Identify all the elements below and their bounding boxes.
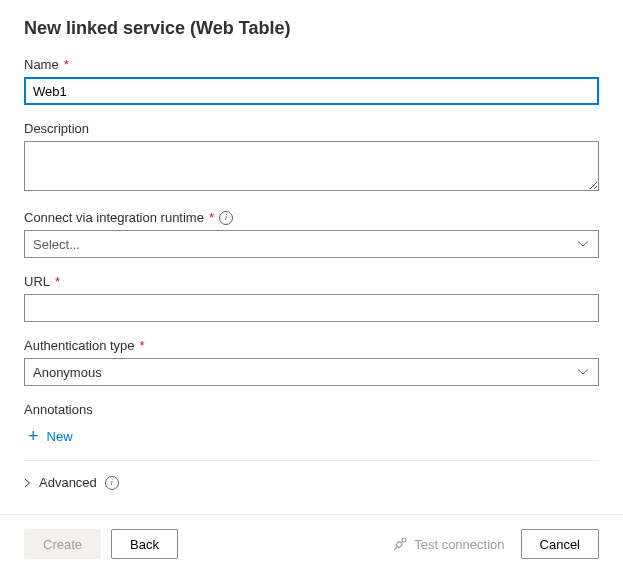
url-label: URL (24, 274, 50, 289)
info-icon[interactable]: i (219, 211, 233, 225)
runtime-label: Connect via integration runtime (24, 210, 204, 225)
svg-point-0 (402, 538, 406, 542)
test-connection-button: Test connection (386, 536, 510, 552)
auth-field: Authentication type * Anonymous (24, 338, 599, 386)
info-icon[interactable]: i (105, 476, 119, 490)
new-annotation-button[interactable]: + New (24, 422, 81, 450)
required-asterisk: * (140, 338, 145, 353)
url-field: URL * (24, 274, 599, 322)
connection-icon (392, 536, 408, 552)
required-asterisk: * (55, 274, 60, 289)
cancel-button[interactable]: Cancel (521, 529, 599, 559)
auth-select[interactable]: Anonymous (24, 358, 599, 386)
runtime-select[interactable]: Select... (24, 230, 599, 258)
required-asterisk: * (64, 57, 69, 72)
page-title: New linked service (Web Table) (24, 18, 599, 39)
description-input[interactable] (24, 141, 599, 191)
advanced-toggle[interactable]: Advanced i (24, 473, 119, 492)
annotations-field: Annotations + New (24, 402, 599, 450)
divider (24, 460, 599, 461)
runtime-field: Connect via integration runtime * i Sele… (24, 210, 599, 258)
advanced-label: Advanced (39, 475, 97, 490)
name-input[interactable] (24, 77, 599, 105)
plus-icon: + (28, 427, 39, 445)
description-label: Description (24, 121, 89, 136)
chevron-right-icon (24, 478, 31, 488)
test-connection-label: Test connection (414, 537, 504, 552)
footer: Create Back Test connection Cancel (0, 514, 623, 573)
back-button[interactable]: Back (111, 529, 178, 559)
new-annotation-label: New (47, 429, 73, 444)
auth-label: Authentication type (24, 338, 135, 353)
annotations-label: Annotations (24, 402, 93, 417)
name-label: Name (24, 57, 59, 72)
url-input[interactable] (24, 294, 599, 322)
name-field: Name * (24, 57, 599, 105)
required-asterisk: * (209, 210, 214, 225)
create-button: Create (24, 529, 101, 559)
description-field: Description (24, 121, 599, 194)
